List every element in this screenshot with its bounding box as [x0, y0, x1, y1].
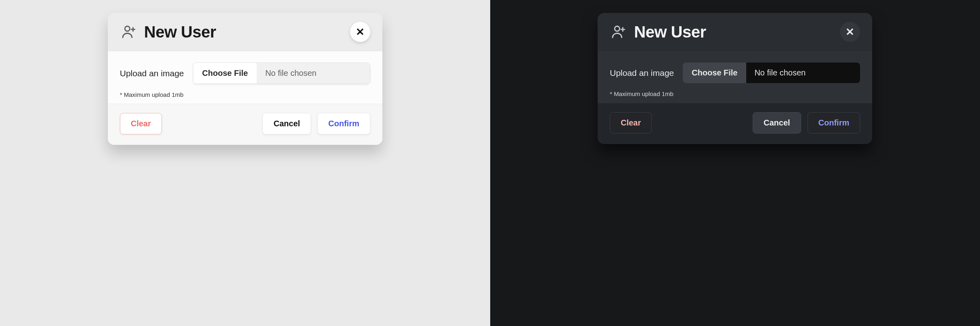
file-chosen-text: No file chosen	[257, 63, 370, 84]
upload-hint: * Maximum upload 1mb	[120, 91, 370, 98]
dialog-footer: Clear Cancel Confirm	[598, 103, 872, 144]
dialog-title: New User	[144, 23, 350, 41]
upload-row: Upload an image Choose File No file chos…	[610, 63, 860, 83]
upload-hint: * Maximum upload 1mb	[610, 90, 860, 97]
file-input[interactable]: Choose File No file chosen	[683, 63, 860, 83]
close-icon: ✕	[356, 26, 365, 38]
close-button[interactable]: ✕	[350, 22, 370, 42]
user-plus-icon	[610, 23, 627, 40]
cancel-button[interactable]: Cancel	[262, 113, 311, 134]
cancel-button[interactable]: Cancel	[753, 112, 801, 134]
close-icon: ✕	[846, 26, 854, 38]
dialog-body: Upload an image Choose File No file chos…	[598, 51, 872, 103]
dialog-title: New User	[634, 23, 840, 41]
new-user-dialog-dark: New User ✕ Upload an image Choose File N…	[598, 13, 872, 144]
dialog-footer: Clear Cancel Confirm	[108, 104, 382, 145]
upload-label: Upload an image	[610, 68, 674, 78]
user-plus-icon	[120, 23, 137, 40]
upload-row: Upload an image Choose File No file chos…	[120, 63, 370, 84]
choose-file-button[interactable]: Choose File	[683, 63, 746, 83]
new-user-dialog-light: New User ✕ Upload an image Choose File N…	[108, 13, 382, 145]
confirm-button[interactable]: Confirm	[317, 113, 370, 134]
clear-button[interactable]: Clear	[610, 112, 652, 134]
confirm-button[interactable]: Confirm	[808, 112, 860, 134]
svg-point-3	[615, 26, 620, 31]
close-button[interactable]: ✕	[840, 22, 860, 42]
file-chosen-text: No file chosen	[746, 63, 860, 83]
choose-file-button[interactable]: Choose File	[193, 63, 257, 84]
dialog-body: Upload an image Choose File No file chos…	[108, 51, 382, 104]
dialog-header: New User ✕	[108, 13, 382, 51]
clear-button[interactable]: Clear	[120, 113, 162, 134]
dialog-header: New User ✕	[598, 13, 872, 51]
file-input[interactable]: Choose File No file chosen	[193, 63, 370, 84]
upload-label: Upload an image	[120, 69, 184, 78]
svg-point-0	[125, 26, 130, 31]
